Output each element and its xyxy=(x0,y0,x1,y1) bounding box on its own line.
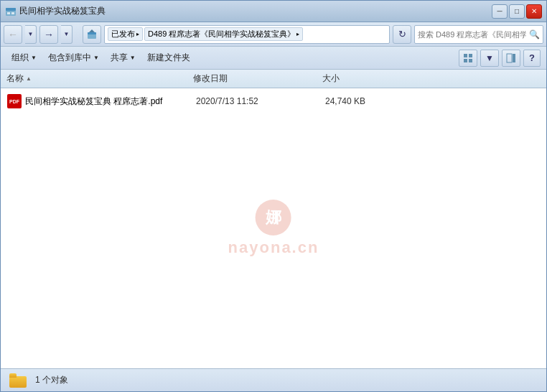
folder-icon xyxy=(9,373,27,388)
view-icon xyxy=(463,53,473,63)
title-bar-left: 民间相学实战秘笈宝典 xyxy=(5,5,106,17)
svg-rect-3 xyxy=(11,12,14,14)
back-dropdown[interactable]: ▼ xyxy=(25,25,37,44)
title-controls: ─ □ ✕ xyxy=(492,4,542,19)
new-folder-button[interactable]: 新建文件夹 xyxy=(142,49,195,67)
toolbar-right: ▼ ? xyxy=(459,50,541,67)
column-headers: 名称 ▲ 修改日期 大小 xyxy=(1,70,546,88)
toolbar: 组织 ▼ 包含到库中 ▼ 共享 ▼ 新建文件夹 ▼ xyxy=(1,47,546,70)
title-bar: 民间相学实战秘笈宝典 ─ □ ✕ xyxy=(1,1,546,22)
file-size: 24,740 KB xyxy=(325,96,541,106)
svg-rect-10 xyxy=(469,59,472,62)
search-input[interactable] xyxy=(418,30,526,39)
file-name: 民间相学实战秘笈宝典 程席志著.pdf xyxy=(25,95,196,108)
close-button[interactable]: ✕ xyxy=(526,4,542,19)
title-text: 民间相学实战秘笈宝典 xyxy=(19,5,106,17)
watermark-logo: 娜 xyxy=(256,200,291,235)
svg-rect-12 xyxy=(513,54,515,62)
col-header-name[interactable]: 名称 ▲ xyxy=(6,73,193,85)
organize-button[interactable]: 组织 ▼ xyxy=(6,49,42,67)
svg-rect-1 xyxy=(6,8,16,11)
svg-rect-8 xyxy=(469,54,472,57)
file-area: PDF 民间相学实战秘笈宝典 程席志著.pdf 2020/7/13 11:52 … xyxy=(1,88,546,368)
search-bar[interactable]: 🔍 xyxy=(414,25,543,44)
preview-pane-button[interactable] xyxy=(502,50,520,67)
refresh-button[interactable]: ↻ xyxy=(393,25,411,44)
status-text: 1 个对象 xyxy=(35,374,68,386)
sort-icon: ▲ xyxy=(26,75,32,82)
minimize-button[interactable]: ─ xyxy=(492,4,508,19)
include-library-button[interactable]: 包含到库中 ▼ xyxy=(43,49,104,67)
window-icon xyxy=(5,6,17,17)
preview-icon xyxy=(506,53,516,63)
pdf-icon: PDF xyxy=(7,94,22,108)
view-options-button[interactable] xyxy=(459,50,477,67)
svg-rect-9 xyxy=(464,59,467,62)
explorer-window: 民间相学实战秘笈宝典 ─ □ ✕ ← ▼ → ▼ 已发布 ▸ xyxy=(0,0,547,392)
file-date: 2020/7/13 11:52 xyxy=(196,96,325,106)
svg-rect-7 xyxy=(464,54,467,57)
table-row[interactable]: PDF 民间相学实战秘笈宝典 程席志著.pdf 2020/7/13 11:52 … xyxy=(1,91,546,111)
address-part-folder[interactable]: D489 程席志著《民间相学实战秘笈宝典》 ▸ xyxy=(144,27,303,41)
maximize-button[interactable]: □ xyxy=(509,4,525,19)
file-type-icon: PDF xyxy=(6,94,22,108)
svg-rect-2 xyxy=(7,12,10,14)
svg-rect-11 xyxy=(507,54,512,62)
search-icon[interactable]: 🔍 xyxy=(529,29,540,39)
address-parts: 已发布 ▸ D489 程席志著《民间相学实战秘笈宝典》 ▸ xyxy=(108,27,386,41)
address-part-published[interactable]: 已发布 ▸ xyxy=(108,27,143,41)
forward-button[interactable]: → xyxy=(39,25,58,44)
watermark: 娜 nayona.cn xyxy=(228,200,319,257)
up-icon xyxy=(87,29,97,39)
share-button[interactable]: 共享 ▼ xyxy=(106,49,141,67)
address-bar[interactable]: 已发布 ▸ D489 程席志著《民间相学实战秘笈宝典》 ▸ xyxy=(104,25,390,44)
watermark-text: nayona.cn xyxy=(228,238,319,257)
col-header-size[interactable]: 大小 xyxy=(322,73,541,85)
status-bar: 1 个对象 xyxy=(1,368,546,391)
view-dropdown[interactable]: ▼ xyxy=(480,50,499,67)
svg-marker-6 xyxy=(89,29,95,32)
up-button[interactable] xyxy=(83,25,101,44)
col-header-date[interactable]: 修改日期 xyxy=(193,73,322,85)
nav-bar: ← ▼ → ▼ 已发布 ▸ D489 程席志著《民间相学实战秘笈宝典》 ▸ xyxy=(1,22,546,47)
svg-rect-5 xyxy=(88,32,96,34)
help-button[interactable]: ? xyxy=(523,50,541,67)
forward-dropdown[interactable]: ▼ xyxy=(61,25,73,44)
back-button[interactable]: ← xyxy=(4,25,22,44)
file-list: PDF 民间相学实战秘笈宝典 程席志著.pdf 2020/7/13 11:52 … xyxy=(1,88,546,114)
